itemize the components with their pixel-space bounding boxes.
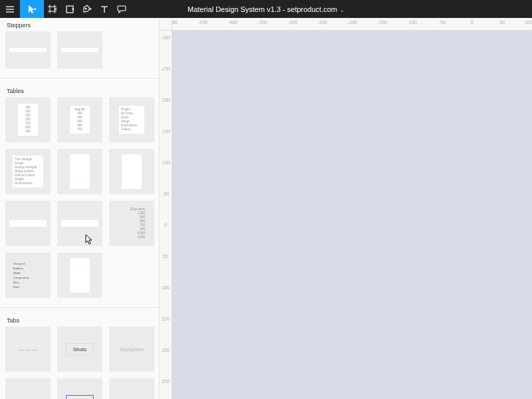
app-toolbar: ▾ ▾ ▾ ▾ Material Design System v1.3 - se… — [0, 0, 532, 18]
chevron-down-icon: ▾ — [34, 7, 37, 12]
page-thumb[interactable] — [5, 31, 51, 68]
pen-tool-button[interactable]: ▾ — [78, 0, 96, 18]
page-thumb[interactable]: Shots — [57, 378, 102, 399]
text-tool-button[interactable] — [96, 0, 113, 18]
page-thumb[interactable]: ― ― ― ― ― ― — [5, 378, 51, 399]
frame-tool-button[interactable]: ▾ — [44, 0, 61, 18]
page-thumb[interactable] — [5, 201, 51, 246]
page-thumb[interactable]: 300400500600700800900 — [5, 97, 51, 142]
comment-tool-button[interactable] — [113, 0, 130, 18]
canvas[interactable]: -500 -450 -400 -350 -300 -250 -200 -150 … — [160, 18, 532, 399]
page-thumb[interactable] — [109, 149, 154, 194]
ruler-horizontal: -500 -450 -400 -350 -300 -250 -200 -150 … — [160, 18, 532, 31]
page-thumb[interactable]: The managerSimpleDialogs exampleDialog c… — [5, 149, 51, 194]
section-header-steppers: Steppers — [5, 18, 154, 31]
page-thumb[interactable]: Regular300400500600700 — [57, 97, 102, 142]
move-tool-button[interactable]: ▾ — [20, 0, 44, 18]
section-header-tabs: Tabs — [5, 313, 154, 327]
page-thumb[interactable]: Designers — [109, 378, 154, 399]
page-thumb[interactable] — [57, 253, 102, 298]
shape-tool-button[interactable]: ▾ — [61, 0, 78, 18]
svg-point-8 — [85, 8, 86, 9]
chevron-down-icon: ▾ — [72, 7, 74, 12]
chevron-down-icon: ▾ — [55, 7, 57, 12]
page-thumb[interactable]: Drop-down1,2008009007005005,2001,000 — [109, 201, 154, 246]
page-thumb[interactable]: Shots — [57, 327, 102, 372]
page-thumb[interactable] — [57, 149, 102, 194]
page-thumb[interactable]: VineyardEndlessWidthComponentsBossFiles — [5, 253, 51, 298]
main-menu-button[interactable] — [0, 0, 20, 18]
page-thumb[interactable]: Designers — [109, 327, 154, 372]
section-header-tables: Tables — [5, 84, 154, 97]
ruler-vertical: -300 -250 -200 -150 -100 -50 0 50 100 15… — [160, 31, 172, 399]
workspace: Steppers Tables 300400500600700800900 Re… — [0, 18, 532, 399]
page-thumb[interactable] — [57, 31, 102, 68]
page-thumb[interactable] — [57, 201, 102, 246]
chevron-down-icon: ⌄ — [340, 7, 344, 13]
page-thumb[interactable]: ProjectAll ChatsEventMargeNotificationsT… — [109, 97, 154, 142]
canvas-viewport[interactable] — [172, 31, 532, 399]
page-thumb[interactable]: ― ― ― — [5, 327, 51, 372]
chevron-down-icon: ▾ — [89, 7, 92, 12]
ruler-corner — [160, 18, 172, 31]
pages-panel[interactable]: Steppers Tables 300400500600700800900 Re… — [0, 18, 160, 399]
